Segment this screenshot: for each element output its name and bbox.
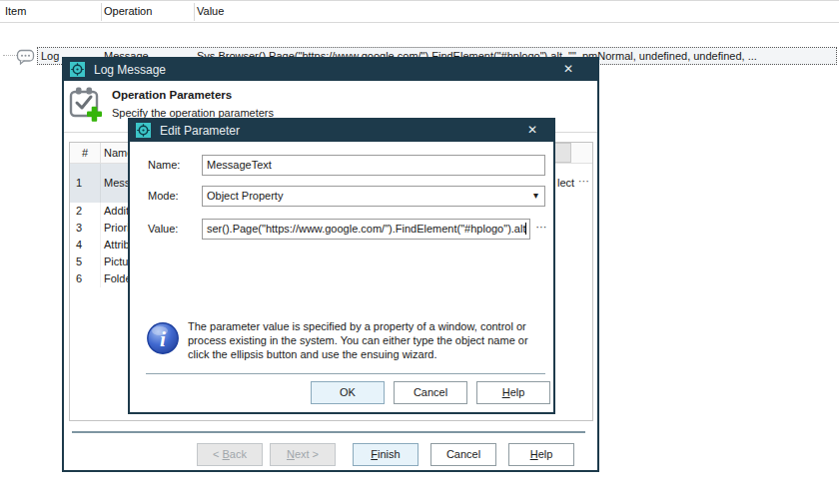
dialog-title: Log Message [94,63,166,77]
tree-branch-line [3,55,17,56]
grid-row-log[interactable]: Log Message Sys.Browser().Page("https://… [0,24,839,42]
row-number: 6 [70,270,101,287]
col-header-value[interactable]: Value [197,5,224,17]
testcomplete-gear-icon [136,123,151,138]
cell-item[interactable]: Log [41,50,59,62]
close-icon[interactable]: ✕ [523,123,541,139]
buttons-divider [146,373,545,374]
col-header-number[interactable]: # [70,143,101,164]
cancel-button[interactable]: Cancel [394,381,467,404]
name-label: Name: [148,159,180,171]
name-input[interactable]: MessageText [202,155,545,176]
mode-select[interactable]: Object Property ▾ [202,186,545,207]
wizard-page-title: Operation Parameters [112,89,232,101]
info-message: The parameter value is specified by a pr… [188,319,543,361]
edit-dialog-titlebar[interactable]: Edit Parameter ✕ [130,120,553,142]
svg-text:i: i [160,327,166,351]
operation-parameters-icon [68,85,102,123]
chevron-down-icon[interactable]: ▾ [533,190,538,201]
log-message-icon [16,49,36,65]
column-divider[interactable] [194,3,195,21]
row-number: 4 [70,237,101,253]
edit-parameter-dialog: Edit Parameter ✕ Name: MessageText Mode:… [128,118,555,414]
row-number: 1 [70,164,101,203]
value-text-fragment: lect [557,177,574,189]
value-label: Value: [148,223,178,235]
value-input[interactable]: ser().Page("https://www.google.com/").Fi… [202,219,530,240]
row-number: 5 [70,253,101,270]
grid-header-row: Item Operation Value [0,1,839,23]
next-button[interactable]: Next > [270,443,336,466]
testcomplete-gear-icon [70,62,85,77]
cell-ellipsis-button[interactable]: ⋯ [578,175,589,188]
cancel-button[interactable]: Cancel [430,443,496,466]
help-button[interactable]: Help [476,381,550,404]
col-header-operation[interactable]: Operation [104,5,152,17]
column-divider[interactable] [101,3,102,21]
keyword-test-grid: Item Operation Value Log Message Sys.Bro… [0,0,839,42]
buttons-divider [72,431,585,433]
dialog-title: Edit Parameter [160,124,240,138]
finish-button[interactable]: Finish [353,443,419,466]
ok-button[interactable]: OK [311,381,385,404]
help-button[interactable]: Help [508,443,574,466]
log-dialog-titlebar[interactable]: Log Message ✕ [64,59,597,81]
info-icon: i [146,321,180,355]
mode-label: Mode: [148,190,179,202]
row-number: 2 [70,203,101,220]
close-icon[interactable]: ✕ [559,62,577,78]
back-button[interactable]: < Back [197,443,263,466]
col-header-item[interactable]: Item [5,5,26,17]
screen: Item Operation Value Log Message Sys.Bro… [0,0,839,504]
text-caret [525,223,526,235]
ellipsis-button[interactable]: ⋯ [532,219,550,240]
row-number: 3 [70,220,101,237]
